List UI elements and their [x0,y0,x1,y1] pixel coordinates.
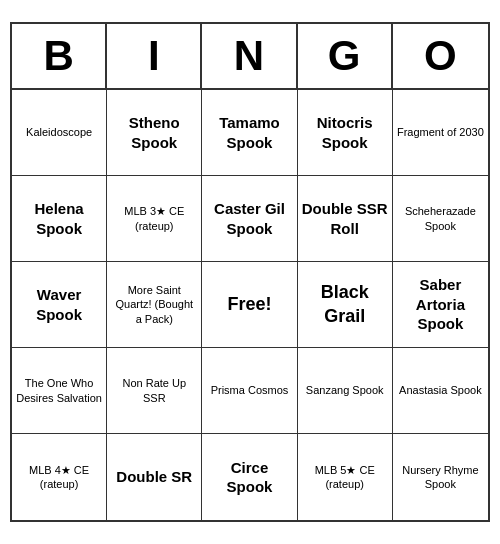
bingo-cell-1: Stheno Spook [107,90,202,176]
bingo-cell-10: Waver Spook [12,262,107,348]
bingo-grid: KaleidoscopeStheno SpookTamamo SpookNito… [12,90,488,520]
bingo-cell-24: Nursery Rhyme Spook [393,434,488,520]
bingo-cell-23: MLB 5★ CE (rateup) [298,434,393,520]
bingo-cell-19: Anastasia Spook [393,348,488,434]
bingo-cell-2: Tamamo Spook [202,90,297,176]
bingo-cell-15: The One Who Desires Salvation [12,348,107,434]
bingo-cell-16: Non Rate Up SSR [107,348,202,434]
bingo-cell-0: Kaleidoscope [12,90,107,176]
bingo-cell-5: Helena Spook [12,176,107,262]
bingo-letter-n: N [202,24,297,88]
bingo-cell-18: Sanzang Spook [298,348,393,434]
bingo-header: BINGO [12,24,488,90]
bingo-cell-13: Black Grail [298,262,393,348]
bingo-cell-14: Saber Artoria Spook [393,262,488,348]
bingo-card: BINGO KaleidoscopeStheno SpookTamamo Spo… [10,22,490,522]
bingo-cell-12: Free! [202,262,297,348]
bingo-cell-21: Double SR [107,434,202,520]
bingo-cell-17: Prisma Cosmos [202,348,297,434]
bingo-cell-7: Caster Gil Spook [202,176,297,262]
bingo-cell-9: Scheherazade Spook [393,176,488,262]
bingo-cell-4: Fragment of 2030 [393,90,488,176]
bingo-cell-3: Nitocris Spook [298,90,393,176]
bingo-cell-20: MLB 4★ CE (rateup) [12,434,107,520]
bingo-letter-o: O [393,24,488,88]
bingo-cell-6: MLB 3★ CE (rateup) [107,176,202,262]
bingo-letter-b: B [12,24,107,88]
bingo-cell-22: Circe Spook [202,434,297,520]
bingo-cell-8: Double SSR Roll [298,176,393,262]
bingo-cell-11: More Saint Quartz! (Bought a Pack) [107,262,202,348]
bingo-letter-g: G [298,24,393,88]
bingo-letter-i: I [107,24,202,88]
